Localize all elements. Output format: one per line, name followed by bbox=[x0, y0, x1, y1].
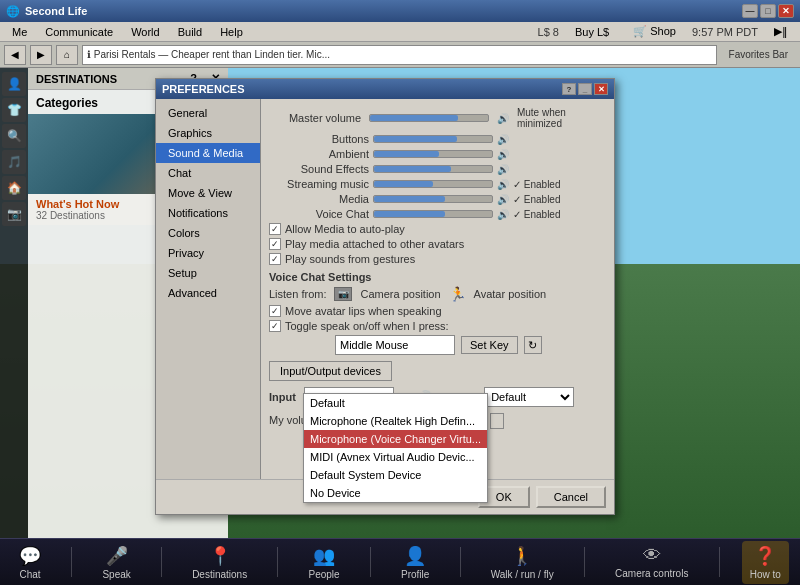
menu-right: L$ 8 Buy L$ 🛒 Shop 9:57 PM PDT ▶‖ bbox=[538, 23, 796, 40]
back-button[interactable]: ◀ bbox=[4, 45, 26, 65]
address-bar[interactable]: ℹ Parisi Rentals — Cheaper rent than Lin… bbox=[82, 45, 717, 65]
slider-row-sound-effects: Sound Effects 🔊 bbox=[269, 163, 606, 175]
slider-row-media: Media 🔊 ✓ Enabled bbox=[269, 193, 606, 205]
maximize-button[interactable]: □ bbox=[760, 4, 776, 18]
key-input-field[interactable] bbox=[335, 335, 455, 355]
shop-button[interactable]: 🛒 Shop bbox=[625, 23, 684, 40]
nav-setup[interactable]: Setup bbox=[156, 263, 260, 283]
nav-chat[interactable]: Chat bbox=[156, 163, 260, 183]
sidebar-icon-clothing[interactable]: 👕 bbox=[2, 98, 26, 122]
taskbar-speak[interactable]: 🎤 Speak bbox=[94, 541, 138, 584]
media-slider-label: Media bbox=[269, 193, 369, 205]
menu-communicate[interactable]: Communicate bbox=[37, 24, 121, 40]
buttons-slider[interactable] bbox=[373, 135, 493, 143]
set-key-button[interactable]: Set Key bbox=[461, 336, 518, 354]
menu-build[interactable]: Build bbox=[170, 24, 210, 40]
toggle-speak-checkbox[interactable]: ✓ bbox=[269, 320, 281, 332]
nav-move-view[interactable]: Move & View bbox=[156, 183, 260, 203]
taskbar-people[interactable]: 👥 People bbox=[301, 541, 348, 584]
prefs-help-btn[interactable]: ? bbox=[562, 83, 576, 95]
dropdown-item-system-device[interactable]: Default System Device bbox=[304, 466, 487, 484]
left-sidebar: 👤 👕 🔍 🎵 🏠 📷 bbox=[0, 68, 28, 558]
sounds-gestures-checkbox[interactable]: ✓ bbox=[269, 253, 281, 265]
master-volume-slider[interactable] bbox=[369, 114, 489, 122]
title-bar: 🌐 Second Life — □ ✕ bbox=[0, 0, 800, 22]
camera-controls-icon: 👁 bbox=[643, 545, 661, 566]
nav-sound-media[interactable]: Sound & Media bbox=[156, 143, 260, 163]
streaming-enabled-label: ✓ Enabled bbox=[513, 179, 560, 190]
move-lips-checkbox[interactable]: ✓ bbox=[269, 305, 281, 317]
ambient-slider[interactable] bbox=[373, 150, 493, 158]
prefs-close-btn[interactable]: ✕ bbox=[594, 83, 608, 95]
home-button[interactable]: ⌂ bbox=[56, 45, 78, 65]
dropdown-item-no-device[interactable]: No Device bbox=[304, 484, 487, 502]
sidebar-icon-home[interactable]: 🏠 bbox=[2, 176, 26, 200]
minimize-button[interactable]: — bbox=[742, 4, 758, 18]
sidebar-icon-search[interactable]: 🔍 bbox=[2, 124, 26, 148]
taskbar-camera[interactable]: 👁 Camera controls bbox=[607, 541, 696, 583]
cancel-button[interactable]: Cancel bbox=[536, 486, 606, 508]
howto-icon: ❓ bbox=[754, 545, 776, 567]
taskbar-destinations[interactable]: 📍 Destinations bbox=[184, 541, 255, 584]
destinations-header-title: DESTINATIONS bbox=[36, 73, 117, 85]
favorites-bar-label: Favorites Bar bbox=[721, 49, 796, 60]
slider-row-ambient: Ambient 🔊 bbox=[269, 148, 606, 160]
streaming-speaker-icon[interactable]: 🔊 bbox=[497, 179, 509, 190]
buttons-speaker-icon[interactable]: 🔊 bbox=[497, 134, 509, 145]
title-bar-controls: — □ ✕ bbox=[742, 4, 794, 18]
slider-row-streaming: Streaming music 🔊 ✓ Enabled bbox=[269, 178, 606, 190]
dropdown-item-default[interactable]: Default bbox=[304, 394, 487, 412]
voice-chat-slider[interactable] bbox=[373, 210, 493, 218]
auto-play-checkbox[interactable]: ✓ bbox=[269, 223, 281, 235]
taskbar-divider-7 bbox=[719, 547, 720, 577]
forward-button[interactable]: ▶ bbox=[30, 45, 52, 65]
voice-chat-speaker-icon[interactable]: 🔊 bbox=[497, 209, 509, 220]
balance-display: L$ 8 bbox=[538, 26, 559, 38]
menu-help[interactable]: Help bbox=[212, 24, 251, 40]
taskbar-profile[interactable]: 👤 Profile bbox=[393, 541, 437, 584]
nav-privacy[interactable]: Privacy bbox=[156, 243, 260, 263]
buy-button[interactable]: Buy L$ bbox=[567, 24, 617, 40]
mute-when-minimized-label: Mute when minimized bbox=[517, 107, 606, 129]
output-select[interactable]: Default bbox=[484, 387, 574, 407]
avatar-run-icon: 🏃 bbox=[449, 286, 466, 302]
media-slider[interactable] bbox=[373, 195, 493, 203]
sound-effects-slider[interactable] bbox=[373, 165, 493, 173]
ambient-label: Ambient bbox=[269, 148, 369, 160]
close-button[interactable]: ✕ bbox=[778, 4, 794, 18]
taskbar-howto[interactable]: ❓ How to bbox=[742, 541, 789, 584]
io-devices-button[interactable]: Input/Output devices bbox=[269, 361, 392, 381]
speak-icon: 🎤 bbox=[106, 545, 128, 567]
camera-button[interactable]: 📷 bbox=[334, 287, 352, 301]
nav-advanced[interactable]: Advanced bbox=[156, 283, 260, 303]
sidebar-icon-music[interactable]: 🎵 bbox=[2, 150, 26, 174]
media-enabled-label: ✓ Enabled bbox=[513, 194, 560, 205]
checkbox-sounds-gestures: ✓ Play sounds from gestures bbox=[269, 253, 606, 265]
menu-world[interactable]: World bbox=[123, 24, 168, 40]
media-button[interactable]: ▶‖ bbox=[766, 23, 796, 40]
media-speaker-icon[interactable]: 🔊 bbox=[497, 194, 509, 205]
nav-colors[interactable]: Colors bbox=[156, 223, 260, 243]
menu-me[interactable]: Me bbox=[4, 24, 35, 40]
dropdown-item-midi[interactable]: MIDI (Avnex Virtual Audio Devic... bbox=[304, 448, 487, 466]
streaming-slider[interactable] bbox=[373, 180, 493, 188]
sound-effects-speaker-icon[interactable]: 🔊 bbox=[497, 164, 509, 175]
sidebar-icon-avatar[interactable]: 👤 bbox=[2, 72, 26, 96]
prefs-minimize-btn[interactable]: _ bbox=[578, 83, 592, 95]
nav-general[interactable]: General bbox=[156, 103, 260, 123]
ambient-speaker-icon[interactable]: 🔊 bbox=[497, 149, 509, 160]
dropdown-item-voice-changer[interactable]: Microphone (Voice Changer Virtu... bbox=[304, 430, 487, 448]
voice-enabled-label: ✓ Enabled bbox=[513, 209, 560, 220]
master-volume-speaker-icon[interactable]: 🔊 bbox=[497, 113, 509, 124]
vol-bar-10 bbox=[490, 413, 504, 429]
sidebar-icon-camera[interactable]: 📷 bbox=[2, 202, 26, 226]
nav-graphics[interactable]: Graphics bbox=[156, 123, 260, 143]
checkbox-move-lips: ✓ Move avatar lips when speaking bbox=[269, 305, 606, 317]
destinations-label: Destinations bbox=[192, 569, 247, 580]
nav-notifications[interactable]: Notifications bbox=[156, 203, 260, 223]
taskbar-walk-run-fly[interactable]: 🚶 Walk / run / fly bbox=[483, 541, 562, 584]
refresh-button[interactable]: ↻ bbox=[524, 336, 542, 354]
taskbar-chat[interactable]: 💬 Chat bbox=[11, 541, 49, 584]
media-avatars-checkbox[interactable]: ✓ bbox=[269, 238, 281, 250]
dropdown-item-realtek[interactable]: Microphone (Realtek High Defin... bbox=[304, 412, 487, 430]
